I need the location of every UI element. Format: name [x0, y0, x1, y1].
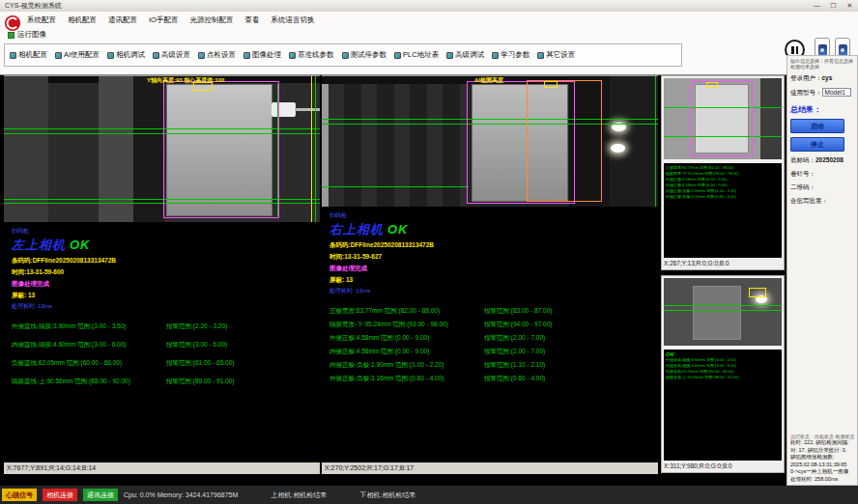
pixel-coordinate-readout: X:267;Y:13;R:0;G:0;B:0 — [662, 258, 784, 269]
model-label: 使用型号： — [790, 89, 822, 96]
login-user-label: 登录用户： — [790, 74, 822, 81]
measurement-row: 隔膜直线-上:90.56mm 范围:(88.00 - 92.00) 报警范围:(… — [12, 378, 312, 386]
thumbnail-text-block: OK 外侧直线-隔膜:3.90mm 范围:(3.00 - 3.50)内侧直线-隔… — [664, 350, 782, 461]
base-code-value: 20250208 — [815, 156, 844, 163]
pixel-coordinate-readout: X:311;Y:980;R:0;G:0;B:0 — [662, 461, 784, 472]
toolbar-item[interactable]: 其它设置 — [537, 50, 575, 60]
tool-icon — [55, 52, 62, 59]
menu-item[interactable]: 光源控制配置 — [189, 15, 233, 25]
measurement-value: 负极直线:62.05mm 范围:(60.00 - 66.00) — [12, 359, 166, 368]
alarm-range: 报警范围:(1.10 - 2.10) — [484, 361, 545, 370]
pin-number-label: 卷针号： — [790, 170, 854, 179]
output-mode-header: 检测结果选择 — [790, 64, 854, 70]
edge-line — [315, 76, 316, 222]
ai-height-label: AI检测高度 — [474, 76, 503, 85]
maximize-button[interactable]: ☐ — [828, 0, 839, 12]
camera-result-block: 扫码枪 左上相机OK 条码码:DFFline2025020813313472B … — [4, 222, 320, 386]
toolbar-item-label: 相机调试 — [116, 50, 145, 60]
login-user-row: 登录用户：cys — [790, 74, 854, 83]
camera-thumbnail-1[interactable]: 正极宽度:83.77mm 范围:(82.00 - 88.00)隔膜宽度-下:95… — [661, 75, 785, 270]
camera-image-left[interactable]: Y轴向高度:93 相心高度值:100 — [4, 75, 320, 222]
stop-button[interactable]: 停止 — [790, 137, 844, 152]
toolbar-item-label: 图像处理 — [252, 50, 281, 60]
toolbar-item-label: 其它设置 — [546, 50, 575, 60]
stat-line: 处理耗时: 258.00ms — [790, 476, 854, 484]
measurement-value: 内侧正极:4.58mm 范围:(0.00 - 9.00) — [329, 348, 484, 356]
alarm-range: 报警范围:(83.00 - 87.00) — [484, 307, 552, 316]
camera-image-right[interactable]: AI检测高度 — [322, 75, 658, 207]
toolbar-item[interactable]: 点检设置 — [198, 50, 236, 60]
measurement-value: 内侧正极-负极:1.90mm 范围:(1.00 - 2.20) — [329, 361, 484, 370]
header: 系统配置相机配置通讯配置IO手配置光源控制配置查看系统语言切换 运行图像 相机配… — [0, 12, 858, 75]
menu-item[interactable]: 查看 — [244, 15, 259, 25]
edge-line — [655, 76, 656, 207]
toolbar-item[interactable]: 图像处理 — [243, 50, 281, 60]
toolbar-item-label: 高级设置 — [161, 50, 190, 60]
toolbar-item[interactable]: 测试停参数 — [342, 50, 387, 60]
toolbar-item[interactable]: 相机调试 — [107, 50, 145, 60]
model-select[interactable]: Model1 — [822, 88, 851, 97]
toolbar-item-label: AI使用配置 — [64, 50, 100, 60]
login-user-value: cys — [822, 74, 833, 81]
menu-item[interactable]: 系统配置 — [27, 15, 56, 25]
camera-result-block: 扫码枪 右上相机OK 条码码:DFFline2025020813313472B … — [322, 207, 658, 383]
edge-line — [311, 76, 312, 222]
scanner-label: 扫码枪 — [12, 227, 312, 236]
measurement-row: 正极宽度:83.77mm 范围:(82.00 - 88.00) 报警范围:(83… — [329, 307, 650, 316]
process-status: 图像处理完成 — [12, 280, 312, 289]
measurement-row: 外侧直线-隔膜:3.90mm 范围:(3.00 - 3.50) 报警范围:(2.… — [12, 322, 312, 331]
alarm-range: 报警范围:(2.00 - 7.00) — [484, 334, 545, 343]
tab-run-image[interactable]: 运行图像 — [8, 30, 46, 40]
toolbar-item-label: 基准线参数 — [298, 50, 334, 60]
menu-item[interactable]: 系统语言切换 — [271, 15, 314, 25]
minimize-button[interactable]: — — [812, 0, 822, 12]
measurement-list: 正极宽度:83.77mm 范围:(82.00 - 88.00) 报警范围:(83… — [329, 307, 650, 383]
measurement-value: 外侧正极-负极:3.16mm 范围:(0.60 - 4.00) — [329, 375, 484, 383]
camera-thumbnail-2[interactable]: OK 外侧直线-隔膜:3.90mm 范围:(3.00 - 3.50)内侧直线-隔… — [661, 275, 785, 473]
alarm-range: 报警范围:(94.00 - 97.00) — [484, 321, 552, 329]
alarm-range: 报警范围:(2.20 - 3.20) — [166, 322, 227, 331]
toolbar-item[interactable]: PLC地址表 — [394, 50, 439, 60]
cpu-memory-readout: Cpu: 0.0% Memory: 3424.41796875M — [124, 491, 238, 498]
tool-icon — [153, 52, 159, 59]
reflection-highlight — [611, 144, 625, 153]
measure-line — [664, 305, 782, 306]
camera-name: 右上相机 — [329, 222, 384, 237]
toolbar-item[interactable]: 相机配置 — [10, 50, 47, 60]
toolbar: 相机配置 AI使用配置 相机调试 高级设置 点检设置 — [4, 43, 682, 67]
toolbar-item[interactable]: AI使用配置 — [55, 50, 100, 60]
menu-item[interactable]: 通讯配置 — [108, 15, 137, 25]
barcode-text: 条码码:DFFline2025020813313472B — [329, 241, 650, 250]
stat-line: 0->cys一种上相机一图像 — [790, 468, 854, 476]
start-button[interactable]: 启动 — [790, 119, 844, 133]
roi-box — [467, 81, 575, 204]
toolbar-item-label: 学习参数 — [500, 50, 529, 60]
camera-view-right: AI检测高度 扫码枪 右上相机OK 条码码:DFFline20250208133… — [322, 75, 658, 474]
process-status: 图像处理完成 — [329, 265, 650, 273]
toolbar-item-label: 点检设置 — [207, 50, 236, 60]
toolbar-item-label: 高级调试 — [455, 50, 484, 60]
run-stats-lines: 耗时: 222, 缺陷检测间隔:对: 17, 缺陷分类统计: 0,缺陷图纸张检测… — [790, 439, 854, 483]
measurement-value: 外侧直线-隔膜:3.90mm 范围:(3.00 - 3.50) — [12, 322, 166, 331]
toolbar-item[interactable]: 高级设置 — [153, 50, 190, 60]
measurement-row: 隔膜宽度-下:95.24mm 范围:(93.00 - 98.00) 报警范围:(… — [329, 321, 650, 329]
menu-item[interactable]: IO手配置 — [149, 15, 178, 25]
measurement-row: 内侧正极-负极:1.90mm 范围:(1.00 - 2.20) 报警范围:(1.… — [329, 361, 650, 370]
heartbeat-indicator: 心跳信号 — [2, 489, 37, 501]
toolbar-item[interactable]: 基准线参数 — [289, 50, 334, 60]
camera-name: 左上相机 — [12, 238, 66, 252]
roi-box — [163, 81, 279, 218]
scene-background — [99, 76, 133, 222]
toolbar-item[interactable]: 学习参数 — [492, 50, 529, 60]
stat-line: 对: 17, 缺陷分类统计: 0, — [790, 447, 854, 455]
close-button[interactable]: ✕ — [844, 0, 855, 12]
comm-connection-indicator: 通讯连接 — [83, 489, 118, 501]
measurement-row: 外侧正极:4.58mm 范围:(0.00 - 9.00) 报警范围:(2.00 … — [329, 334, 650, 343]
note-text: 处理耗时: 13ms — [12, 302, 312, 311]
cable-image — [295, 108, 320, 111]
measurement-row: 内侧直线-隔膜:4.60mm 范围:(3.00 - 6.00) 报警范围:(3.… — [12, 341, 312, 350]
measurement-value: 外侧正极:4.58mm 范围:(0.00 - 9.00) — [329, 334, 484, 343]
menu-item[interactable]: 相机配置 — [68, 15, 97, 25]
tool-icon — [107, 52, 114, 59]
toolbar-item[interactable]: 高级调试 — [446, 50, 484, 60]
